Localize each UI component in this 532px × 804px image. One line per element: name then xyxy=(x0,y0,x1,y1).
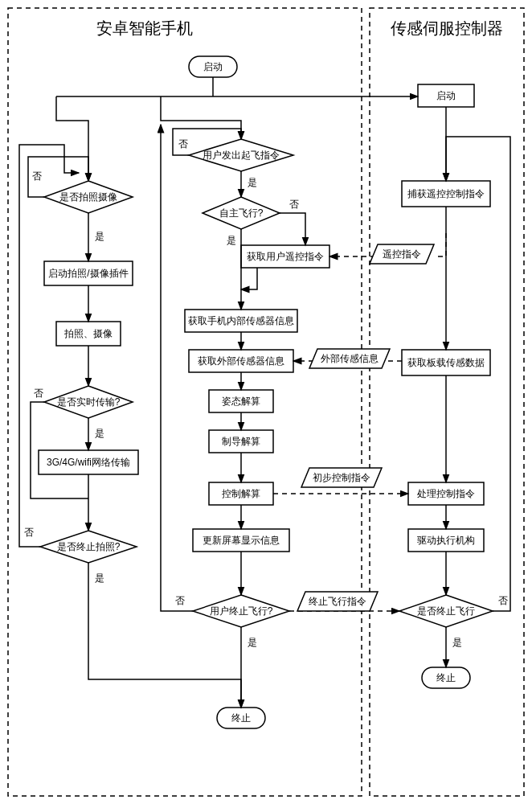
lbl-rt-yes: 是 xyxy=(95,428,104,439)
svg-text:终止: 终止 xyxy=(231,712,251,724)
lbl-photoq-yes: 是 xyxy=(95,231,104,242)
svg-text:更新屏幕显示信息: 更新屏幕显示信息 xyxy=(203,535,280,546)
node-end-r: 终止 xyxy=(422,667,470,688)
node-start-r: 启动 xyxy=(418,84,474,107)
svg-text:用户终止飞行?: 用户终止飞行? xyxy=(210,605,273,617)
tag-stop-fly: 终止飞行指令 xyxy=(297,592,378,611)
node-stop-fly-q: 是否终止飞行 xyxy=(399,595,493,627)
tag-ext-sensor: 外部传感信息 xyxy=(309,349,390,368)
svg-text:是否终止拍照?: 是否终止拍照? xyxy=(57,541,121,552)
svg-text:终止: 终止 xyxy=(436,672,456,683)
title-left: 安卓智能手机 xyxy=(96,19,193,37)
node-realtime-q: 是否实时传输? xyxy=(44,386,133,418)
node-stop-photo-q: 是否终止拍照? xyxy=(40,531,137,563)
svg-text:初步控制指令: 初步控制指令 xyxy=(313,472,370,483)
svg-text:获取手机内部传感器信息: 获取手机内部传感器信息 xyxy=(188,315,294,326)
svg-text:捕获遥控控制指令: 捕获遥控控制指令 xyxy=(407,188,485,199)
svg-text:启动拍照/摄像插件: 启动拍照/摄像插件 xyxy=(48,268,128,279)
node-auto-q: 自主飞行? xyxy=(203,197,280,229)
flowchart-canvas: 安卓智能手机 传感伺服控制器 启动 是否拍照摄像 启动拍照/摄像插件 拍照、摄像… xyxy=(0,0,532,804)
lbl-ustop-no: 否 xyxy=(175,595,185,606)
svg-text:获取用户遥控指令: 获取用户遥控指令 xyxy=(247,251,324,262)
svg-text:是否实时传输?: 是否实时传输? xyxy=(57,396,121,408)
lbl-auto-no: 否 xyxy=(289,199,299,210)
node-net-tx: 3G/4G/wifi网络传输 xyxy=(39,450,138,474)
svg-text:驱动执行机构: 驱动执行机构 xyxy=(417,535,475,546)
lbl-stopp-no: 否 xyxy=(24,527,34,538)
node-photo-start: 启动拍照/摄像插件 xyxy=(44,261,133,285)
node-drive: 驱动执行机构 xyxy=(408,529,484,552)
svg-text:用户发出起飞指令: 用户发出起飞指令 xyxy=(203,150,280,161)
lbl-takeoff-yes: 是 xyxy=(248,177,257,188)
lbl-rstop-yes: 是 xyxy=(452,637,462,648)
lbl-rt-no: 否 xyxy=(34,388,43,399)
svg-text:姿态解算: 姿态解算 xyxy=(222,396,260,407)
svg-text:启动: 启动 xyxy=(203,61,223,72)
node-photo-do: 拍照、摄像 xyxy=(56,322,121,346)
svg-text:获取外部传感器信息: 获取外部传感器信息 xyxy=(198,355,284,367)
node-get-user-rc: 获取用户遥控指令 xyxy=(241,245,329,268)
lbl-ustop-yes: 是 xyxy=(248,637,257,648)
title-right: 传感伺服控制器 xyxy=(391,19,503,37)
node-start-l: 启动 xyxy=(189,56,237,77)
svg-text:自主飞行?: 自主飞行? xyxy=(219,207,264,219)
node-user-stop-q: 用户终止飞行? xyxy=(193,595,289,627)
svg-text:处理控制指令: 处理控制指令 xyxy=(417,488,475,499)
tag-rc-cmd: 遥控指令 xyxy=(370,244,434,264)
node-guidance: 制导解算 xyxy=(209,430,273,453)
lbl-rstop-no: 否 xyxy=(498,595,508,606)
svg-text:终止飞行指令: 终止飞行指令 xyxy=(309,596,366,607)
node-capture-rc: 捕获遥控控制指令 xyxy=(402,181,490,207)
svg-text:是否终止飞行: 是否终止飞行 xyxy=(417,605,475,617)
svg-text:制导解算: 制导解算 xyxy=(222,436,260,447)
lbl-photoq-no: 否 xyxy=(32,170,42,182)
node-attitude: 姿态解算 xyxy=(209,390,273,412)
lbl-stopp-yes: 是 xyxy=(95,572,104,584)
node-control: 控制解算 xyxy=(209,482,273,505)
svg-text:拍照、摄像: 拍照、摄像 xyxy=(63,328,113,339)
svg-text:控制解算: 控制解算 xyxy=(222,488,260,499)
lbl-takeoff-no: 否 xyxy=(178,138,188,150)
node-end-l: 终止 xyxy=(217,708,265,728)
node-get-onboard: 获取板载传感数据 xyxy=(402,350,490,375)
node-update-screen: 更新屏幕显示信息 xyxy=(193,529,289,552)
svg-text:启动: 启动 xyxy=(436,90,456,101)
svg-text:遥控指令: 遥控指令 xyxy=(383,248,421,260)
tag-prelim-ctrl: 初步控制指令 xyxy=(301,468,382,487)
svg-text:3G/4G/wifi网络传输: 3G/4G/wifi网络传输 xyxy=(47,457,130,468)
svg-text:获取板载传感数据: 获取板载传感数据 xyxy=(407,357,485,368)
svg-text:外部传感信息: 外部传感信息 xyxy=(321,353,379,364)
node-get-external: 获取外部传感器信息 xyxy=(189,350,293,372)
svg-text:是否拍照摄像: 是否拍照摄像 xyxy=(59,191,117,203)
lbl-auto-yes: 是 xyxy=(227,235,236,246)
node-proc-ctrl: 处理控制指令 xyxy=(408,482,484,505)
node-takeoff-q: 用户发出起飞指令 xyxy=(189,139,293,171)
node-get-internal: 获取手机内部传感器信息 xyxy=(185,310,297,332)
node-photo-q: 是否拍照摄像 xyxy=(44,181,133,213)
